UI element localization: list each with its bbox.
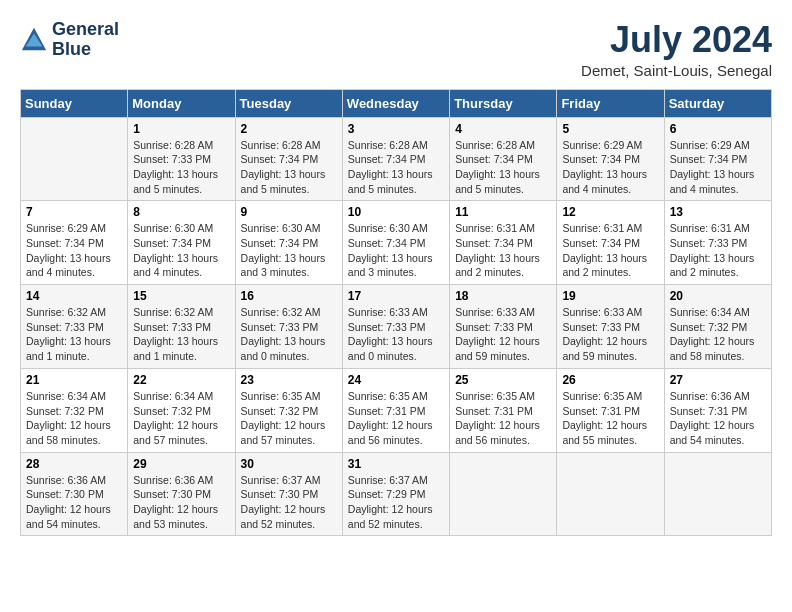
day-number: 6 <box>670 122 766 136</box>
calendar-cell: 7Sunrise: 6:29 AMSunset: 7:34 PMDaylight… <box>21 201 128 285</box>
calendar-cell: 20Sunrise: 6:34 AMSunset: 7:32 PMDayligh… <box>664 285 771 369</box>
day-number: 3 <box>348 122 444 136</box>
calendar-cell: 13Sunrise: 6:31 AMSunset: 7:33 PMDayligh… <box>664 201 771 285</box>
calendar-cell: 31Sunrise: 6:37 AMSunset: 7:29 PMDayligh… <box>342 452 449 536</box>
day-info: Sunrise: 6:28 AMSunset: 7:34 PMDaylight:… <box>348 138 444 197</box>
day-number: 16 <box>241 289 337 303</box>
day-number: 19 <box>562 289 658 303</box>
calendar-cell: 22Sunrise: 6:34 AMSunset: 7:32 PMDayligh… <box>128 368 235 452</box>
calendar-cell: 26Sunrise: 6:35 AMSunset: 7:31 PMDayligh… <box>557 368 664 452</box>
calendar-cell: 14Sunrise: 6:32 AMSunset: 7:33 PMDayligh… <box>21 285 128 369</box>
day-number: 24 <box>348 373 444 387</box>
day-info: Sunrise: 6:30 AMSunset: 7:34 PMDaylight:… <box>348 221 444 280</box>
calendar-cell: 6Sunrise: 6:29 AMSunset: 7:34 PMDaylight… <box>664 117 771 201</box>
day-number: 11 <box>455 205 551 219</box>
day-info: Sunrise: 6:32 AMSunset: 7:33 PMDaylight:… <box>241 305 337 364</box>
title-area: July 2024 Demet, Saint-Louis, Senegal <box>581 20 772 79</box>
day-info: Sunrise: 6:36 AMSunset: 7:30 PMDaylight:… <box>133 473 229 532</box>
day-number: 27 <box>670 373 766 387</box>
page-header: General Blue July 2024 Demet, Saint-Loui… <box>20 20 772 79</box>
calendar-cell: 29Sunrise: 6:36 AMSunset: 7:30 PMDayligh… <box>128 452 235 536</box>
day-number: 9 <box>241 205 337 219</box>
calendar-cell: 9Sunrise: 6:30 AMSunset: 7:34 PMDaylight… <box>235 201 342 285</box>
calendar-cell: 19Sunrise: 6:33 AMSunset: 7:33 PMDayligh… <box>557 285 664 369</box>
weekday-header-tuesday: Tuesday <box>235 89 342 117</box>
day-number: 17 <box>348 289 444 303</box>
day-info: Sunrise: 6:36 AMSunset: 7:30 PMDaylight:… <box>26 473 122 532</box>
day-info: Sunrise: 6:34 AMSunset: 7:32 PMDaylight:… <box>133 389 229 448</box>
day-number: 18 <box>455 289 551 303</box>
calendar-week-row: 28Sunrise: 6:36 AMSunset: 7:30 PMDayligh… <box>21 452 772 536</box>
day-number: 31 <box>348 457 444 471</box>
calendar-cell: 1Sunrise: 6:28 AMSunset: 7:33 PMDaylight… <box>128 117 235 201</box>
day-number: 26 <box>562 373 658 387</box>
day-info: Sunrise: 6:33 AMSunset: 7:33 PMDaylight:… <box>348 305 444 364</box>
logo-text: General Blue <box>52 20 119 60</box>
day-info: Sunrise: 6:30 AMSunset: 7:34 PMDaylight:… <box>133 221 229 280</box>
day-number: 22 <box>133 373 229 387</box>
calendar-week-row: 7Sunrise: 6:29 AMSunset: 7:34 PMDaylight… <box>21 201 772 285</box>
day-number: 12 <box>562 205 658 219</box>
calendar-cell: 2Sunrise: 6:28 AMSunset: 7:34 PMDaylight… <box>235 117 342 201</box>
day-number: 1 <box>133 122 229 136</box>
calendar-table: SundayMondayTuesdayWednesdayThursdayFrid… <box>20 89 772 537</box>
day-info: Sunrise: 6:32 AMSunset: 7:33 PMDaylight:… <box>26 305 122 364</box>
calendar-cell: 10Sunrise: 6:30 AMSunset: 7:34 PMDayligh… <box>342 201 449 285</box>
day-number: 21 <box>26 373 122 387</box>
calendar-cell: 30Sunrise: 6:37 AMSunset: 7:30 PMDayligh… <box>235 452 342 536</box>
day-info: Sunrise: 6:34 AMSunset: 7:32 PMDaylight:… <box>670 305 766 364</box>
day-info: Sunrise: 6:35 AMSunset: 7:31 PMDaylight:… <box>348 389 444 448</box>
day-info: Sunrise: 6:32 AMSunset: 7:33 PMDaylight:… <box>133 305 229 364</box>
weekday-header-sunday: Sunday <box>21 89 128 117</box>
day-info: Sunrise: 6:29 AMSunset: 7:34 PMDaylight:… <box>562 138 658 197</box>
day-number: 13 <box>670 205 766 219</box>
calendar-week-row: 14Sunrise: 6:32 AMSunset: 7:33 PMDayligh… <box>21 285 772 369</box>
calendar-cell <box>450 452 557 536</box>
day-number: 28 <box>26 457 122 471</box>
day-info: Sunrise: 6:36 AMSunset: 7:31 PMDaylight:… <box>670 389 766 448</box>
day-info: Sunrise: 6:37 AMSunset: 7:29 PMDaylight:… <box>348 473 444 532</box>
month-year: July 2024 <box>581 20 772 60</box>
day-info: Sunrise: 6:30 AMSunset: 7:34 PMDaylight:… <box>241 221 337 280</box>
calendar-week-row: 1Sunrise: 6:28 AMSunset: 7:33 PMDaylight… <box>21 117 772 201</box>
weekday-header-row: SundayMondayTuesdayWednesdayThursdayFrid… <box>21 89 772 117</box>
day-number: 29 <box>133 457 229 471</box>
day-info: Sunrise: 6:33 AMSunset: 7:33 PMDaylight:… <box>562 305 658 364</box>
calendar-cell: 8Sunrise: 6:30 AMSunset: 7:34 PMDaylight… <box>128 201 235 285</box>
day-number: 20 <box>670 289 766 303</box>
calendar-cell: 21Sunrise: 6:34 AMSunset: 7:32 PMDayligh… <box>21 368 128 452</box>
calendar-cell: 5Sunrise: 6:29 AMSunset: 7:34 PMDaylight… <box>557 117 664 201</box>
calendar-cell: 15Sunrise: 6:32 AMSunset: 7:33 PMDayligh… <box>128 285 235 369</box>
calendar-cell <box>557 452 664 536</box>
day-number: 5 <box>562 122 658 136</box>
day-info: Sunrise: 6:28 AMSunset: 7:33 PMDaylight:… <box>133 138 229 197</box>
calendar-cell <box>21 117 128 201</box>
day-number: 30 <box>241 457 337 471</box>
day-info: Sunrise: 6:28 AMSunset: 7:34 PMDaylight:… <box>241 138 337 197</box>
day-info: Sunrise: 6:37 AMSunset: 7:30 PMDaylight:… <box>241 473 337 532</box>
day-info: Sunrise: 6:35 AMSunset: 7:31 PMDaylight:… <box>455 389 551 448</box>
day-info: Sunrise: 6:28 AMSunset: 7:34 PMDaylight:… <box>455 138 551 197</box>
calendar-cell: 24Sunrise: 6:35 AMSunset: 7:31 PMDayligh… <box>342 368 449 452</box>
calendar-cell: 4Sunrise: 6:28 AMSunset: 7:34 PMDaylight… <box>450 117 557 201</box>
weekday-header-monday: Monday <box>128 89 235 117</box>
day-number: 7 <box>26 205 122 219</box>
day-number: 10 <box>348 205 444 219</box>
day-number: 15 <box>133 289 229 303</box>
day-number: 8 <box>133 205 229 219</box>
calendar-week-row: 21Sunrise: 6:34 AMSunset: 7:32 PMDayligh… <box>21 368 772 452</box>
calendar-cell: 3Sunrise: 6:28 AMSunset: 7:34 PMDaylight… <box>342 117 449 201</box>
calendar-cell: 16Sunrise: 6:32 AMSunset: 7:33 PMDayligh… <box>235 285 342 369</box>
calendar-cell <box>664 452 771 536</box>
day-number: 2 <box>241 122 337 136</box>
weekday-header-friday: Friday <box>557 89 664 117</box>
day-info: Sunrise: 6:35 AMSunset: 7:32 PMDaylight:… <box>241 389 337 448</box>
day-number: 25 <box>455 373 551 387</box>
calendar-cell: 12Sunrise: 6:31 AMSunset: 7:34 PMDayligh… <box>557 201 664 285</box>
calendar-cell: 25Sunrise: 6:35 AMSunset: 7:31 PMDayligh… <box>450 368 557 452</box>
day-info: Sunrise: 6:35 AMSunset: 7:31 PMDaylight:… <box>562 389 658 448</box>
weekday-header-saturday: Saturday <box>664 89 771 117</box>
weekday-header-wednesday: Wednesday <box>342 89 449 117</box>
day-info: Sunrise: 6:33 AMSunset: 7:33 PMDaylight:… <box>455 305 551 364</box>
calendar-cell: 28Sunrise: 6:36 AMSunset: 7:30 PMDayligh… <box>21 452 128 536</box>
